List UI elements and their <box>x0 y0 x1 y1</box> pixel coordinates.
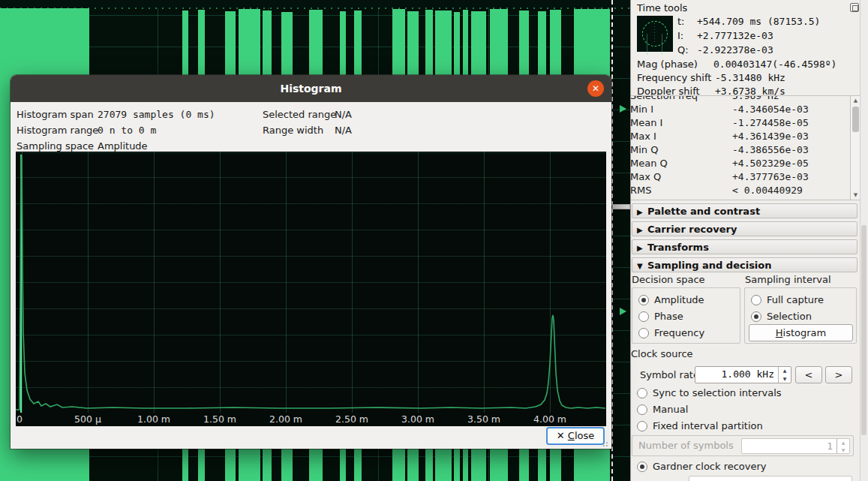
close-x-icon: ✕ <box>557 430 565 441</box>
selection-boundary-line[interactable] <box>611 0 613 481</box>
histogram-button[interactable]: Histogram <box>749 324 853 341</box>
histogram-curve <box>16 152 606 413</box>
number-of-symbols-label: Number of symbols <box>638 440 734 451</box>
symbol-rate-increase-button[interactable]: > <box>825 366 852 383</box>
radio-frequency[interactable]: Frequency <box>638 327 704 339</box>
measurement-row: RMS< 0.00440929 <box>631 184 850 197</box>
collapsed-arrow-icon: ▶ <box>637 205 647 219</box>
spin-up-icon: ▲ <box>779 367 791 375</box>
radio-phase[interactable]: Phase <box>638 311 683 323</box>
x-tick-label: 2.50 m <box>335 413 368 425</box>
radio-dot <box>638 295 649 305</box>
radio-dot <box>637 388 647 398</box>
radio-dot <box>751 295 761 305</box>
x-axis: 0500 µ1.00 m1.50 m2.00 m2.50 m3.00 m3.50… <box>16 413 606 426</box>
radio-amplitude[interactable]: Amplitude <box>638 294 704 306</box>
radio-fixed-interval-partition[interactable]: Fixed interval partition <box>637 420 763 432</box>
clock-source-label: Clock source <box>631 348 693 359</box>
section-sampling-and-decision[interactable]: ▼Sampling and decision <box>632 257 857 272</box>
radio-dot <box>638 311 649 322</box>
x-tick-label: 0 <box>17 413 23 425</box>
number-of-symbols-spinbox[interactable]: 1 ▲ ▼ <box>741 438 850 454</box>
section-transforms[interactable]: ▶Transforms <box>632 239 857 254</box>
radio-dot <box>637 404 647 415</box>
measurement-row: Mean I-1.274458e-05 <box>631 116 850 130</box>
x-tick-label: 3.00 m <box>401 413 434 425</box>
symbol-rate-decrease-button[interactable]: < <box>795 366 822 383</box>
spinner-arrows[interactable]: ▲ ▼ <box>778 367 791 383</box>
section-palette-and-contrast[interactable]: ▶Palette and contrast <box>632 203 857 218</box>
expanded-arrow-icon: ▼ <box>637 259 647 273</box>
sampling-interval-label: Sampling interval <box>745 274 831 285</box>
spinner-arrows: ▲ ▼ <box>836 439 849 453</box>
splitter-handle[interactable] <box>612 204 630 209</box>
close-button[interactable]: ✕ Close <box>546 427 605 445</box>
radio-gardner-clock-recovery[interactable]: Gardner clock recovery <box>637 461 767 473</box>
scrollbar-thumb[interactable] <box>852 107 859 132</box>
resize-grip[interactable] <box>602 440 610 447</box>
marker-arrow-icon <box>620 308 626 315</box>
marker-arrow-icon <box>620 105 626 113</box>
decision-space-group: Amplitude Phase Frequency <box>632 287 740 344</box>
i-row: I:+2.777132e-03 <box>677 29 773 43</box>
close-icon[interactable]: ✕ <box>587 80 604 97</box>
x-tick-label: 1.50 m <box>203 413 236 425</box>
measurement-row: Max Q+4.377763e-03 <box>631 170 850 184</box>
radio-dot <box>638 328 649 338</box>
app-window: Time tools t:+544.709 ms (87153.5) I:+2.… <box>0 0 868 481</box>
constellation-icon <box>637 16 673 52</box>
symbol-rate-label: Symbol rate <box>640 369 699 380</box>
panel-title: Time tools <box>637 2 687 14</box>
x-tick-label: 500 µ <box>74 413 101 425</box>
measurement-row: Selection freq5.969 Hz <box>631 95 850 103</box>
x-tick-label: 3.50 m <box>467 413 500 425</box>
x-tick-label: 4.00 m <box>533 413 566 425</box>
float-panel-icon[interactable] <box>850 3 859 12</box>
mag-phase-row: Mag (phase)0.00403147(-46.4598º) <box>637 58 836 71</box>
time-row: t:+544.709 ms (87153.5) <box>677 15 820 29</box>
measurement-row: Mean Q+4.502329e-05 <box>631 157 850 170</box>
clipped-bottom-widget <box>689 476 852 481</box>
measurement-scroll-area: Selection freq5.969 HzMin I-4.346054e-03… <box>631 95 860 200</box>
sampling-interval-group: Full capture Selection Histogram <box>744 287 857 344</box>
radio-manual[interactable]: Manual <box>637 404 688 416</box>
spin-down-icon: ▼ <box>779 375 791 383</box>
x-tick-label: 1.00 m <box>137 413 170 425</box>
radio-selection[interactable]: Selection <box>751 311 812 323</box>
sidebar-scrollbar[interactable] <box>860 0 867 481</box>
measurement-scrollbar[interactable]: ▲ ▼ <box>850 96 860 200</box>
q-row: Q:-2.922378e-03 <box>677 44 773 57</box>
collapsed-arrow-icon: ▶ <box>637 241 647 255</box>
section-carrier-recovery[interactable]: ▶Carrier recovery <box>632 221 857 236</box>
number-of-symbols-group: Number of symbols 1 ▲ ▼ <box>632 435 854 456</box>
scrollbar-thumb[interactable] <box>861 225 866 435</box>
radio-full-capture[interactable]: Full capture <box>751 294 824 306</box>
measurement-row: Min Q-4.386556e-03 <box>631 143 850 157</box>
waveform-top-strip <box>0 0 630 8</box>
radio-dot <box>751 311 761 322</box>
time-tools-panel: Time tools t:+544.709 ms (87153.5) I:+2.… <box>630 0 868 481</box>
histogram-dialog: Histogram ✕ Histogram span27079 samples … <box>11 75 611 449</box>
spin-up-icon: ▲ <box>837 439 849 446</box>
frequency-shift-row: Frequency shift-5.31480 kHz <box>637 71 785 85</box>
dialog-titlebar[interactable]: Histogram ✕ <box>11 75 611 102</box>
measurement-row: Min I-4.346054e-03 <box>631 103 850 116</box>
histogram-plot[interactable]: 0500 µ1.00 m1.50 m2.00 m2.50 m3.00 m3.50… <box>16 152 606 426</box>
dialog-title: Histogram <box>11 75 611 102</box>
spin-down-icon: ▼ <box>837 446 849 454</box>
collapsed-arrow-icon: ▶ <box>637 223 647 237</box>
radio-dot <box>637 461 647 472</box>
x-tick-label: 2.00 m <box>269 413 302 425</box>
decision-space-label: Decision space <box>632 274 705 285</box>
measurement-row: Max I+4.361439e-03 <box>631 130 850 143</box>
symbol-rate-spinbox[interactable]: 1.000 kHz ▲ ▼ <box>695 366 791 383</box>
radio-sync-to-selection-intervals[interactable]: Sync to selection intervals <box>637 387 782 399</box>
radio-dot <box>637 421 647 431</box>
measurement-list: Selection freq5.969 HzMin I-4.346054e-03… <box>631 96 850 197</box>
